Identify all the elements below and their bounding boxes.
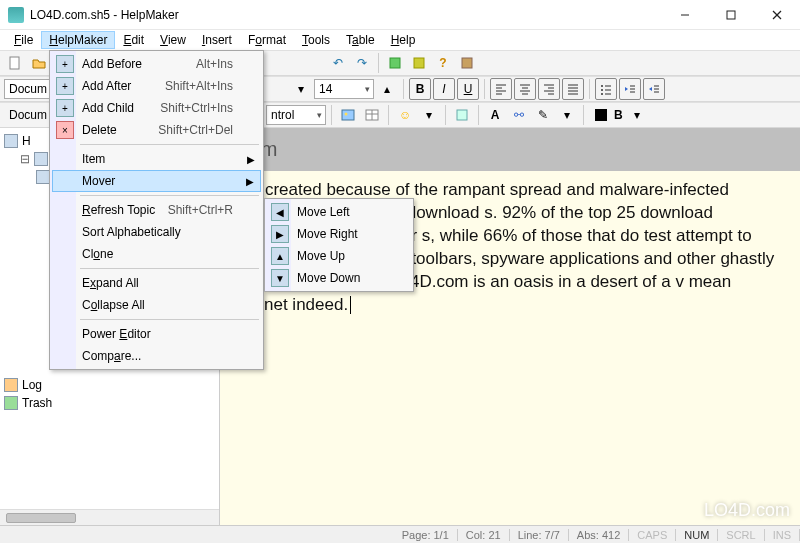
close-button[interactable] bbox=[754, 0, 800, 29]
tree-root-label: H bbox=[22, 134, 31, 148]
symbol-icon[interactable] bbox=[451, 104, 473, 126]
new-doc-icon[interactable] bbox=[4, 52, 26, 74]
drop-icon-a[interactable]: ▾ bbox=[418, 104, 440, 126]
tool-icon-a[interactable] bbox=[384, 52, 406, 74]
menu-view[interactable]: View bbox=[152, 31, 194, 49]
window-title: LO4D.com.sh5 - HelpMaker bbox=[30, 8, 662, 22]
maximize-button[interactable] bbox=[708, 0, 754, 29]
drop-icon-b[interactable]: ▾ bbox=[556, 104, 578, 126]
titlebar: LO4D.com.sh5 - HelpMaker bbox=[0, 0, 800, 30]
style-combo[interactable]: ntrol▾ bbox=[266, 105, 326, 125]
menu-item[interactable]: Item ▶ bbox=[52, 148, 261, 170]
svg-rect-37 bbox=[342, 110, 354, 120]
menu-format[interactable]: Format bbox=[240, 31, 294, 49]
menu-tools[interactable]: Tools bbox=[294, 31, 338, 49]
fill-color-swatch[interactable] bbox=[589, 104, 611, 126]
image-icon[interactable] bbox=[337, 104, 359, 126]
editor-heading: .com bbox=[220, 128, 800, 171]
menu-power-editor[interactable]: Power Editor bbox=[52, 323, 261, 345]
editor: .com was created because of the rampant … bbox=[220, 128, 800, 525]
status-scrl: SCRL bbox=[718, 529, 764, 541]
align-right-icon[interactable] bbox=[538, 78, 560, 100]
tree-header-label: Docum bbox=[4, 104, 52, 126]
font-size-value: 14 bbox=[319, 82, 332, 96]
delete-icon: × bbox=[56, 121, 74, 139]
add-after-icon: + bbox=[56, 77, 74, 95]
menu-move-left[interactable]: ◀ Move Left bbox=[267, 201, 411, 223]
menu-add-child[interactable]: + Add Child Shift+Ctrl+Ins bbox=[52, 97, 261, 119]
menu-insert[interactable]: Insert bbox=[194, 31, 240, 49]
menu-sort-alpha[interactable]: Sort Alphabetically bbox=[52, 221, 261, 243]
align-center-icon[interactable] bbox=[514, 78, 536, 100]
table-icon[interactable] bbox=[361, 104, 383, 126]
home-icon bbox=[4, 134, 18, 148]
svg-rect-6 bbox=[390, 58, 400, 68]
menu-move-down[interactable]: ▼ Move Down bbox=[267, 267, 411, 289]
redo-icon[interactable]: ↷ bbox=[351, 52, 373, 74]
tree-trash[interactable]: Trash bbox=[4, 394, 215, 412]
decrease-font-icon[interactable]: ▾ bbox=[290, 78, 312, 100]
emoji-icon[interactable]: ☺ bbox=[394, 104, 416, 126]
menu-move-up[interactable]: ▲ Move Up bbox=[267, 245, 411, 267]
move-down-icon: ▼ bbox=[271, 269, 289, 287]
window-controls bbox=[662, 0, 800, 29]
outdent-icon[interactable] bbox=[619, 78, 641, 100]
log-icon bbox=[4, 378, 18, 392]
text-caret bbox=[350, 296, 351, 314]
menu-collapse-all[interactable]: Collapse All bbox=[52, 294, 261, 316]
menu-add-before[interactable]: + Add Before Alt+Ins bbox=[52, 53, 261, 75]
help-icon[interactable]: ? bbox=[432, 52, 454, 74]
menu-file[interactable]: File bbox=[6, 31, 41, 49]
align-left-icon[interactable] bbox=[490, 78, 512, 100]
bold-button[interactable]: B bbox=[409, 78, 431, 100]
move-left-icon: ◀ bbox=[271, 203, 289, 221]
menu-clone[interactable]: Clone bbox=[52, 243, 261, 265]
underline-button[interactable]: U bbox=[457, 78, 479, 100]
svg-rect-4 bbox=[10, 57, 19, 69]
bullet-list-icon[interactable] bbox=[595, 78, 617, 100]
menu-edit[interactable]: Edit bbox=[115, 31, 152, 49]
tool-icon-c[interactable] bbox=[456, 52, 478, 74]
statusbar: Page: 1/1 Col: 21 Line: 7/7 Abs: 412 CAP… bbox=[0, 525, 800, 543]
mover-submenu: ◀ Move Left ▶ Move Right ▲ Move Up ▼ Mov… bbox=[264, 198, 414, 292]
menu-move-right[interactable]: ▶ Move Right bbox=[267, 223, 411, 245]
status-abs: Abs: 412 bbox=[569, 529, 629, 541]
status-caps: CAPS bbox=[629, 529, 676, 541]
italic-button[interactable]: I bbox=[433, 78, 455, 100]
status-col: Col: 21 bbox=[458, 529, 510, 541]
menu-refresh-topic[interactable]: Refresh Topic Shift+Ctrl+R bbox=[52, 199, 261, 221]
svg-rect-1 bbox=[727, 11, 735, 19]
undo-icon[interactable]: ↶ bbox=[327, 52, 349, 74]
minimize-button[interactable] bbox=[662, 0, 708, 29]
tool-icon-b[interactable] bbox=[408, 52, 430, 74]
font-color-icon[interactable]: A bbox=[484, 104, 506, 126]
link-icon[interactable]: ⚯ bbox=[508, 104, 530, 126]
menu-helpmaker[interactable]: HelpMaker bbox=[41, 31, 115, 49]
sidebar-hscroll[interactable] bbox=[0, 509, 219, 525]
svg-rect-42 bbox=[457, 110, 467, 120]
app-icon bbox=[8, 7, 24, 23]
menu-mover[interactable]: Mover ▶ bbox=[52, 170, 261, 192]
menu-add-after[interactable]: + Add After Shift+Alt+Ins bbox=[52, 75, 261, 97]
menu-expand-all[interactable]: Expand All bbox=[52, 272, 261, 294]
tree-log[interactable]: Log bbox=[4, 376, 215, 394]
style-combo-label: ntrol bbox=[271, 108, 294, 122]
add-before-icon: + bbox=[56, 55, 74, 73]
font-size-combo[interactable]: 14▾ bbox=[314, 79, 374, 99]
move-up-icon: ▲ bbox=[271, 247, 289, 265]
menu-delete[interactable]: × Delete Shift+Ctrl+Del bbox=[52, 119, 261, 141]
indent-icon[interactable] bbox=[643, 78, 665, 100]
open-icon[interactable] bbox=[28, 52, 50, 74]
align-justify-icon[interactable] bbox=[562, 78, 584, 100]
menu-compare[interactable]: Compare... bbox=[52, 345, 261, 367]
edit-icon[interactable]: ✎ bbox=[532, 104, 554, 126]
watermark: LO4D.com bbox=[704, 500, 790, 521]
move-right-icon: ▶ bbox=[271, 225, 289, 243]
menu-help[interactable]: Help bbox=[383, 31, 424, 49]
svg-rect-8 bbox=[462, 58, 472, 68]
menu-table[interactable]: Table bbox=[338, 31, 383, 49]
fill-color-drop[interactable]: ▾ bbox=[626, 104, 648, 126]
svg-rect-7 bbox=[414, 58, 424, 68]
increase-font-icon[interactable]: ▴ bbox=[376, 78, 398, 100]
helpmaker-menu: + Add Before Alt+Ins + Add After Shift+A… bbox=[49, 50, 264, 370]
